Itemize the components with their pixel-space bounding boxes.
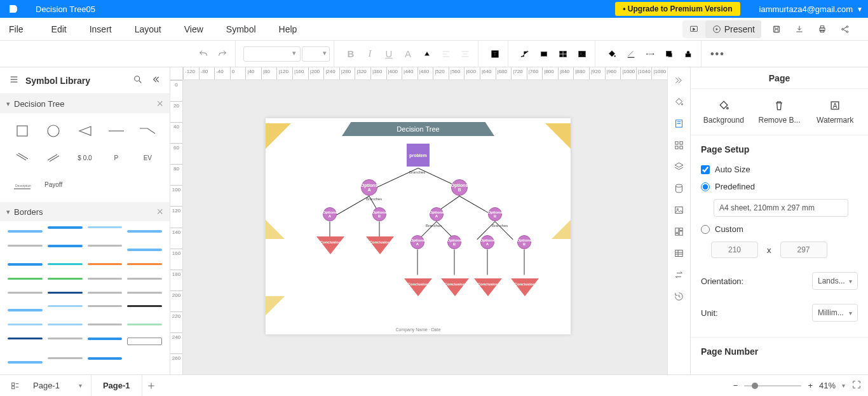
border-thumb[interactable] <box>88 357 123 360</box>
border-thumb[interactable] <box>88 338 123 340</box>
border-thumb[interactable] <box>8 230 43 233</box>
share-button[interactable] <box>834 20 857 38</box>
border-thumb[interactable] <box>127 230 162 233</box>
node-options-b[interactable]: Options B <box>447 235 461 249</box>
border-thumb[interactable] <box>88 263 123 265</box>
line-color-button[interactable] <box>622 45 640 63</box>
container-button[interactable] <box>554 45 572 63</box>
border-thumb[interactable] <box>127 278 162 280</box>
page-list-button[interactable] <box>6 377 24 395</box>
border-thumb[interactable] <box>127 338 162 345</box>
border-thumb[interactable] <box>127 292 162 294</box>
border-thumb[interactable] <box>8 361 43 364</box>
table-button[interactable] <box>670 244 688 262</box>
fill-button[interactable] <box>603 45 621 63</box>
orientation-select[interactable]: Lands...▾ <box>812 272 858 290</box>
bold-button[interactable]: B <box>342 45 360 63</box>
menu-insert[interactable]: Insert <box>78 24 123 34</box>
lock-button[interactable] <box>679 45 697 63</box>
font-family-select[interactable] <box>243 46 301 62</box>
border-thumb[interactable] <box>48 305 83 307</box>
line-style-button[interactable] <box>641 45 659 63</box>
watermark-action[interactable]: A Watermark <box>810 99 860 125</box>
connector-button[interactable] <box>516 45 534 63</box>
shape-square[interactable] <box>8 119 36 142</box>
present-button[interactable]: Present <box>705 20 761 38</box>
border-thumb[interactable] <box>8 245 43 247</box>
font-size-select[interactable] <box>302 46 330 62</box>
shape-triangle[interactable] <box>71 119 99 142</box>
print-button[interactable] <box>811 20 834 38</box>
image-button[interactable] <box>573 45 591 63</box>
border-thumb[interactable] <box>8 338 43 339</box>
border-thumb[interactable] <box>48 324 83 325</box>
border-thumb[interactable] <box>88 292 123 294</box>
italic-button[interactable]: I <box>361 45 379 63</box>
predefined-radio[interactable] <box>701 182 710 191</box>
text-tool-button[interactable]: T <box>486 45 504 63</box>
zoom-in-button[interactable]: + <box>808 381 813 390</box>
node-options-a[interactable]: Options A <box>361 179 377 196</box>
menu-edit[interactable]: Edit <box>40 24 78 34</box>
search-library-button[interactable] <box>133 74 143 86</box>
border-thumb[interactable] <box>48 292 83 294</box>
node-problem[interactable]: problem <box>407 144 430 167</box>
canvas-scroll[interactable]: Decision Tree problem Branches Options A… <box>183 80 667 374</box>
close-section-button[interactable]: × <box>156 206 163 217</box>
border-thumb[interactable] <box>88 305 123 307</box>
node-options-b[interactable]: Options B <box>372 207 386 221</box>
fit-screen-button[interactable] <box>851 379 862 392</box>
border-thumb[interactable] <box>88 226 123 228</box>
close-section-button[interactable]: × <box>156 98 163 109</box>
redo-button[interactable] <box>214 45 231 63</box>
node-conclusion[interactable]: Conclusion <box>441 278 469 296</box>
border-thumb[interactable] <box>127 305 162 307</box>
page-settings-button[interactable] <box>670 114 688 132</box>
toolbar-overflow-button[interactable]: ••• <box>705 48 730 60</box>
diagram-title[interactable]: Decision Tree <box>342 122 494 136</box>
node-conclusion[interactable]: Conclusion <box>474 278 502 296</box>
border-thumb[interactable] <box>48 245 83 247</box>
border-thumb[interactable] <box>48 226 83 229</box>
node-options-b[interactable]: Options B <box>451 179 468 196</box>
menu-view[interactable]: View <box>173 24 215 34</box>
node-options-a[interactable]: Options A <box>323 207 337 221</box>
section-borders-header[interactable]: ▾ Borders × <box>0 202 170 221</box>
image-panel-button[interactable] <box>670 201 688 219</box>
node-options-a[interactable]: Options A <box>480 235 494 249</box>
predefined-size-select[interactable]: A4 sheet, 210mm x 297 mm <box>714 199 848 217</box>
history-button[interactable] <box>670 287 688 305</box>
custom-radio[interactable] <box>701 225 710 234</box>
collapse-library-button[interactable] <box>151 74 161 86</box>
node-conclusion[interactable]: Conclusion <box>316 236 344 254</box>
shape-bent-line[interactable] <box>133 119 162 142</box>
user-email[interactable]: iammurtaza4@gmail.com <box>759 4 853 14</box>
menu-file[interactable]: File <box>0 24 40 34</box>
layers-button[interactable] <box>670 158 688 175</box>
zoom-out-button[interactable]: − <box>733 381 738 390</box>
border-thumb[interactable] <box>127 263 162 265</box>
shape-p[interactable]: P <box>102 146 130 169</box>
align-v-button[interactable] <box>456 45 474 63</box>
node-options-b[interactable]: Options B <box>517 235 531 249</box>
background-action[interactable]: Background <box>698 99 749 125</box>
zoom-level[interactable]: 41% <box>819 381 836 390</box>
node-options-b[interactable]: Options B <box>488 207 502 221</box>
border-thumb[interactable] <box>8 263 43 266</box>
align-h-button[interactable] <box>437 45 455 63</box>
underline-button[interactable]: U <box>380 45 398 63</box>
shape-payoff[interactable]: Payoff <box>39 173 67 196</box>
node-conclusion[interactable]: Conclusion <box>366 236 394 254</box>
upgrade-button[interactable]: • Upgrade to Premium Version <box>615 2 740 16</box>
slideshow-button[interactable] <box>682 20 705 38</box>
border-thumb[interactable] <box>48 357 83 359</box>
custom-height-input[interactable] <box>780 242 827 258</box>
border-thumb[interactable] <box>8 292 43 294</box>
node-conclusion[interactable]: Conclusion <box>404 278 432 296</box>
remove-bg-action[interactable]: Remove B... <box>754 99 804 125</box>
fill-tool-button[interactable] <box>670 93 688 111</box>
dashboard-button[interactable] <box>670 222 688 240</box>
shape-double-line2[interactable] <box>39 146 67 169</box>
border-thumb[interactable] <box>127 249 162 251</box>
menu-layout[interactable]: Layout <box>123 24 173 34</box>
